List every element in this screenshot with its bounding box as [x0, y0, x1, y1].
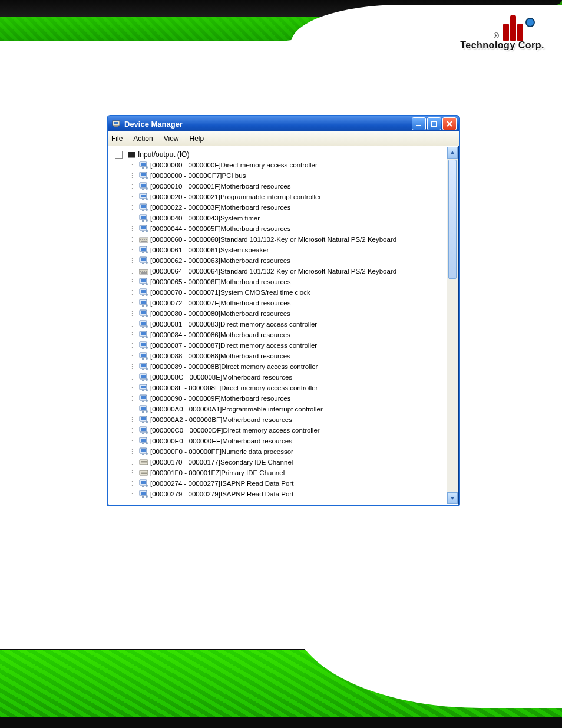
device-label: Motherboard resources: [221, 183, 291, 190]
io-range: [00000000 - 0000000F]: [150, 162, 221, 169]
svg-rect-115: [141, 439, 146, 442]
svg-rect-37: [144, 239, 145, 240]
tree-item[interactable]: ⋮[00000065 - 0000006F] Motherboard resou…: [109, 276, 447, 287]
tree-item[interactable]: ⋮[00000062 - 00000063] Motherboard resou…: [109, 255, 447, 266]
svg-rect-16: [142, 189, 144, 190]
svg-rect-112: [142, 433, 144, 434]
tree-item[interactable]: ⋮[00000040 - 00000043] System timer: [109, 213, 447, 223]
device-label: Programmable interrupt controller: [222, 406, 323, 413]
device-label: Direct memory access controller: [223, 427, 319, 434]
logo-bar: [517, 24, 523, 41]
tree-branch-glyph: ⋮: [125, 448, 138, 456]
titlebar[interactable]: Device Manager: [108, 116, 459, 131]
svg-rect-39: [141, 241, 147, 242]
svg-point-101: [146, 400, 148, 402]
vertical-scrollbar[interactable]: [447, 147, 458, 504]
svg-rect-3: [416, 125, 421, 126]
tree-item[interactable]: ⋮[00000274 - 00000277] ISAPNP Read Data …: [109, 478, 447, 489]
svg-rect-11: [141, 173, 146, 176]
tree-item[interactable]: ⋮[00000000 - 00000CF7] PCI bus: [109, 170, 447, 181]
tree-branch-glyph: ⋮: [125, 480, 138, 487]
chip-icon: [126, 150, 137, 159]
tree-item[interactable]: ⋮[000000A2 - 000000BF] Motherboard resou…: [109, 414, 447, 425]
svg-rect-126: [141, 472, 147, 473]
svg-point-77: [146, 336, 148, 338]
tree-branch-glyph: ⋮: [125, 353, 138, 360]
scrollbar-thumb[interactable]: [448, 160, 457, 279]
minimize-button[interactable]: [412, 117, 426, 130]
tree-item[interactable]: ⋮[00000170 - 00000177] Secondary IDE Cha…: [109, 457, 447, 467]
svg-rect-24: [142, 210, 144, 211]
svg-rect-5: [128, 152, 135, 157]
menu-file[interactable]: File: [111, 134, 123, 143]
tree-branch-glyph: ⋮: [125, 257, 138, 265]
io-range: [00000090 - 0000009F]: [150, 395, 221, 402]
tree-item[interactable]: ⋮[000001F0 - 000001F7] Primary IDE Chann…: [109, 467, 447, 478]
device-label: Motherboard resources: [221, 395, 291, 402]
expand-toggle[interactable]: −: [115, 151, 123, 159]
tree-item[interactable]: ⋮[00000081 - 00000083] Direct memory acc…: [109, 319, 447, 330]
tree-branch-glyph: ⋮: [125, 268, 138, 275]
tree-item[interactable]: ⋮[00000090 - 0000009F] Motherboard resou…: [109, 393, 447, 404]
tree-root[interactable]: − Input/output (IO): [109, 149, 447, 160]
tree-item[interactable]: ⋮[00000070 - 00000071] System CMOS/real …: [109, 287, 447, 298]
svg-point-43: [146, 251, 148, 253]
device-label: Direct memory access controller: [221, 363, 318, 370]
svg-rect-38: [146, 239, 147, 240]
tree-item[interactable]: ⋮[0000008C - 0000008E] Motherboard resou…: [109, 372, 447, 383]
io-range: [0000008C - 0000008E]: [150, 374, 222, 381]
svg-rect-50: [142, 271, 143, 272]
scroll-up-button[interactable]: [447, 147, 458, 159]
svg-rect-49: [140, 271, 141, 272]
tree-item[interactable]: ⋮[00000080 - 00000080] Motherboard resou…: [109, 308, 447, 319]
maximize-button[interactable]: [427, 117, 441, 130]
svg-rect-8: [142, 167, 144, 169]
tree-item[interactable]: ⋮[00000087 - 00000087] Direct memory acc…: [109, 340, 447, 351]
svg-rect-96: [142, 390, 144, 391]
computer-icon: [138, 394, 149, 403]
svg-point-93: [146, 378, 148, 381]
scroll-down-button[interactable]: [447, 492, 458, 504]
keyboard-icon: [138, 235, 149, 244]
tree-item[interactable]: ⋮[00000279 - 00000279] ISAPNP Read Data …: [109, 489, 447, 499]
svg-point-17: [146, 187, 148, 190]
tree-item[interactable]: ⋮[00000022 - 0000003F] Motherboard resou…: [109, 202, 447, 213]
svg-point-105: [146, 410, 148, 413]
tree-item[interactable]: ⋮[000000F0 - 000000FF] Numeric data proc…: [109, 446, 447, 457]
svg-rect-79: [141, 343, 146, 346]
svg-rect-80: [142, 348, 144, 349]
tree-item[interactable]: ⋮[00000044 - 0000005F] Motherboard resou…: [109, 223, 447, 234]
tree-view[interactable]: − Input/output (IO) ⋮[00000000 - 0000000…: [109, 147, 447, 504]
tree-item[interactable]: ⋮[00000064 - 00000064] Standard 101/102-…: [109, 266, 447, 276]
svg-rect-60: [142, 295, 144, 296]
tree-item[interactable]: ⋮[000000A0 - 000000A1] Programmable inte…: [109, 404, 447, 414]
tree-item[interactable]: ⋮[00000061 - 00000061] System speaker: [109, 245, 447, 255]
computer-icon: [138, 383, 149, 393]
tree-item[interactable]: ⋮[00000084 - 00000086] Motherboard resou…: [109, 330, 447, 340]
menu-action[interactable]: Action: [133, 134, 153, 143]
tree-item[interactable]: ⋮[00000088 - 00000088] Motherboard resou…: [109, 351, 447, 361]
tree-item[interactable]: ⋮[0000008F - 0000008F] Direct memory acc…: [109, 383, 447, 393]
svg-rect-108: [142, 422, 144, 423]
svg-rect-19: [141, 195, 146, 197]
tree-item[interactable]: ⋮[00000000 - 0000000F] Direct memory acc…: [109, 160, 447, 170]
tree-item[interactable]: ⋮[000000E0 - 000000EF] Motherboard resou…: [109, 436, 447, 446]
close-button[interactable]: [442, 117, 457, 130]
tree-branch-glyph: ⋮: [125, 172, 138, 180]
menu-view[interactable]: View: [164, 134, 179, 143]
tree-branch-glyph: ⋮: [125, 437, 138, 445]
io-range: [00000072 - 0000007F]: [150, 299, 221, 307]
menu-help[interactable]: Help: [190, 134, 204, 143]
computer-icon: [138, 309, 149, 318]
tree-item[interactable]: ⋮[00000020 - 00000021] Programmable inte…: [109, 192, 447, 202]
tree-item[interactable]: ⋮[00000089 - 0000008B] Direct memory acc…: [109, 361, 447, 372]
tree-item[interactable]: ⋮[000000C0 - 000000DF] Direct memory acc…: [109, 425, 447, 436]
computer-icon: [138, 203, 149, 212]
tree-branch-glyph: ⋮: [125, 321, 138, 328]
svg-rect-124: [141, 463, 147, 464]
tree-item[interactable]: ⋮[00000072 - 0000007F] Motherboard resou…: [109, 298, 447, 308]
svg-rect-88: [142, 369, 144, 370]
tree-item[interactable]: ⋮[00000010 - 0000001F] Motherboard resou…: [109, 181, 447, 192]
tree-item[interactable]: ⋮[00000060 - 00000060] Standard 101/102-…: [109, 234, 447, 245]
svg-rect-100: [142, 401, 144, 402]
